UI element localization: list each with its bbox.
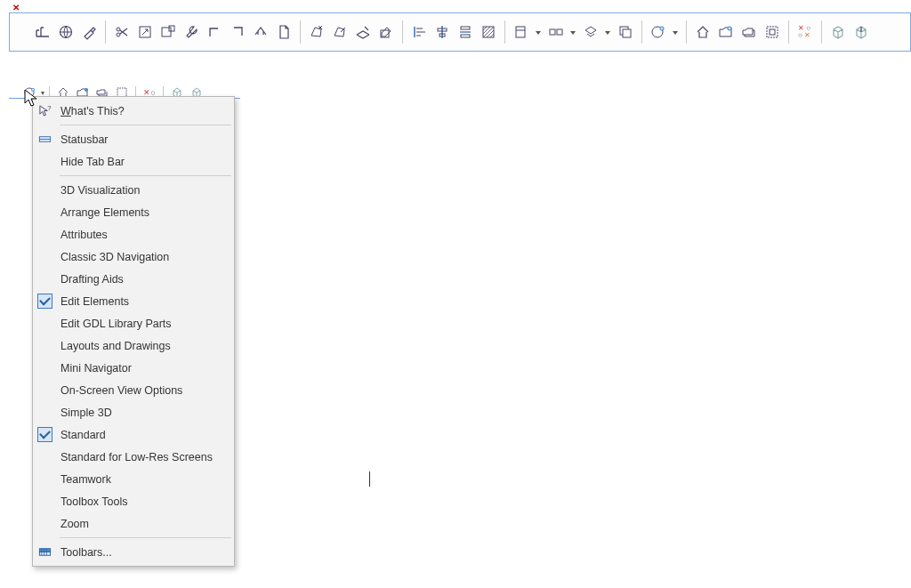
svg-point-24	[85, 88, 88, 92]
svg-point-1	[117, 28, 120, 31]
svg-rect-13	[550, 29, 555, 35]
menu-separator	[60, 175, 231, 176]
stretch-box-icon[interactable]	[157, 20, 180, 44]
xo-grid-icon[interactable]: ✕ ○○ ✕	[794, 20, 817, 44]
toolbar-group-status: ✕ ○○ ✕	[794, 13, 817, 51]
menu-item-zoom[interactable]: Zoom	[33, 512, 234, 535]
svg-rect-29	[39, 552, 50, 556]
whats-this-icon: ?	[33, 100, 57, 122]
toolbar-group-3d	[826, 13, 873, 51]
menu-item-simple-3d[interactable]: Simple 3D	[33, 401, 234, 423]
menu-item-label: Mini Navigator	[57, 362, 227, 375]
menu-item-hide-tab-bar[interactable]: Hide Tab Bar	[33, 150, 234, 173]
folder-plus-icon[interactable]	[714, 20, 738, 44]
toolbar-group-modify	[305, 13, 398, 51]
menu-item-label: Edit GDL Library Parts	[57, 318, 227, 330]
menu-item-label: Layouts and Drawings	[57, 340, 227, 352]
menu-item-label: Standard for Low-Res Screens	[57, 451, 227, 463]
main-toolbar: ✕ ○○ ✕	[9, 12, 911, 52]
svg-rect-10	[461, 35, 470, 37]
menu-item-toolbox-tools[interactable]: Toolbox Tools	[33, 490, 234, 512]
toolbar-group-edit	[110, 13, 295, 51]
add-circle-dropdown-icon[interactable]	[647, 20, 681, 44]
menu-item-label: Standard	[57, 429, 227, 441]
toolbar-group-arrange	[510, 13, 637, 51]
menu-item-statusbar[interactable]: Statusbar	[33, 128, 234, 150]
page-icon[interactable]	[272, 20, 295, 44]
group-dropdown-icon[interactable]	[544, 20, 579, 44]
panel-dropdown-icon[interactable]	[510, 20, 544, 44]
resize-box-icon[interactable]	[133, 20, 157, 44]
svg-rect-28	[39, 549, 50, 552]
folder-stack-icon[interactable]	[738, 20, 761, 44]
menu-item-mini-navigator[interactable]: Mini Navigator	[33, 357, 234, 379]
stamp-icon[interactable]	[761, 20, 784, 44]
svg-rect-5	[169, 26, 174, 31]
menu-item-label: Attributes	[57, 229, 227, 241]
menu-separator	[60, 125, 231, 125]
distribute-v-icon[interactable]	[454, 20, 477, 44]
menu-item-whats-this[interactable]: ?What's This?	[33, 100, 234, 122]
menu-item-label: Simple 3D	[57, 407, 227, 419]
toolbar-close-icon[interactable]: ✕	[12, 4, 21, 12]
menu-item-attributes[interactable]: Attributes	[33, 223, 234, 246]
menu-item-layouts-and-drawings[interactable]: Layouts and Drawings	[33, 334, 234, 357]
toolbar-context-menu: ?What's This?StatusbarHide Tab Bar3D Vis…	[32, 96, 235, 567]
menu-item-label: Toolbox Tools	[57, 495, 227, 508]
menu-item-label: 3D Visualization	[57, 184, 227, 197]
menu-item-label: Statusbar	[57, 133, 227, 146]
align-left-icon[interactable]	[407, 20, 431, 44]
wrench-icon[interactable]	[180, 20, 203, 44]
hatch-square-icon[interactable]	[477, 20, 500, 44]
toolbar-group-nav	[691, 13, 784, 51]
svg-point-2	[117, 33, 120, 36]
menu-item-classic-3d-navigation[interactable]: Classic 3D Navigation	[33, 246, 234, 268]
svg-rect-14	[557, 29, 562, 35]
cube-edge-icon[interactable]	[850, 20, 873, 44]
menu-item-label: Edit Elements	[57, 295, 227, 308]
cube-icon[interactable]	[826, 20, 850, 44]
dimension-elev-icon[interactable]	[31, 20, 54, 44]
menu-item-edit-gdl-library-parts[interactable]: Edit GDL Library Parts	[33, 312, 234, 334]
menu-item-arrange-elements[interactable]: Arrange Elements	[33, 201, 234, 223]
toolbar-group-measure	[31, 13, 101, 51]
home-icon[interactable]	[691, 20, 714, 44]
scissors-icon[interactable]	[110, 20, 133, 44]
check-icon	[37, 294, 52, 309]
shape-edit-icon[interactable]	[328, 20, 351, 44]
corner-icon[interactable]	[203, 20, 226, 44]
statusbar-icon	[33, 128, 57, 150]
menu-item-teamwork[interactable]: Teamwork	[33, 468, 234, 490]
hammer-icon[interactable]	[77, 20, 101, 44]
menu-item-standard-low-res[interactable]: Standard for Low-Res Screens	[33, 446, 234, 468]
check-icon	[37, 427, 52, 442]
pencil-square-icon[interactable]	[375, 20, 398, 44]
menu-item-drafting-aids[interactable]: Drafting Aids	[33, 268, 234, 290]
toolbars-icon	[33, 541, 57, 563]
svg-text:?: ?	[47, 104, 51, 112]
roof-icon[interactable]	[249, 20, 272, 44]
svg-rect-9	[461, 27, 470, 29]
menu-item-toolbars[interactable]: Toolbars...	[33, 541, 234, 563]
align-center-v-icon[interactable]	[431, 20, 454, 44]
layer-tool-icon[interactable]	[351, 20, 375, 44]
send-back-dropdown-icon[interactable]	[579, 20, 614, 44]
menu-item-label: Toolbars...	[57, 546, 227, 559]
stack-icon[interactable]	[614, 20, 637, 44]
menu-item-standard[interactable]: Standard	[33, 423, 234, 446]
globe-icon[interactable]	[54, 20, 77, 44]
menu-item-label: Hide Tab Bar	[57, 156, 227, 168]
menu-item-on-screen-view-options[interactable]: On-Screen View Options	[33, 379, 234, 401]
polygon-x-icon[interactable]	[305, 20, 328, 44]
menu-item-label: Drafting Aids	[57, 273, 227, 286]
menu-item-edit-elements[interactable]: Edit Elements	[33, 290, 234, 312]
svg-rect-16	[623, 29, 631, 37]
corner-flip-icon[interactable]	[226, 20, 249, 44]
svg-rect-21	[770, 29, 775, 35]
svg-rect-20	[767, 27, 778, 37]
menu-item-label: Arrange Elements	[57, 206, 227, 219]
menu-separator	[60, 537, 231, 538]
toolbar-group-view	[647, 13, 681, 51]
menu-item-3d-visualization[interactable]: 3D Visualization	[33, 179, 234, 201]
menu-item-label: Zoom	[57, 518, 227, 530]
